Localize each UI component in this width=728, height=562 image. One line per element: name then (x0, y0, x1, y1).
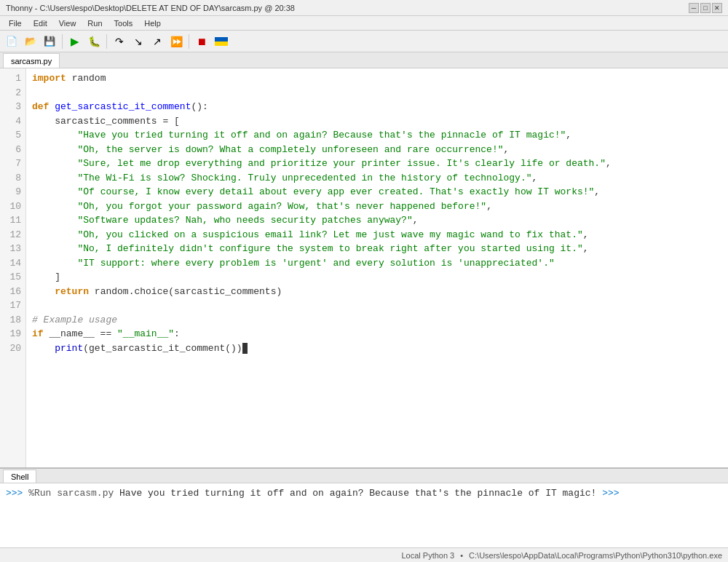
shell-tab-label: Shell (11, 472, 28, 481)
menu-view[interactable]: View (53, 17, 82, 29)
menu-edit[interactable]: Edit (28, 17, 53, 29)
toolbar-sep-1 (62, 34, 63, 49)
step-over-button[interactable]: ↷ (111, 33, 128, 50)
line-numbers: 12345 678910 1112131415 1617181920 (0, 68, 26, 467)
shell-panel: Shell >>> %Run sarcasm.py Have you tried… (0, 467, 728, 547)
ukraine-flag-icon (215, 37, 228, 46)
shell-tab-bar: Shell (0, 469, 728, 483)
file-tab[interactable]: sarcasm.py (3, 53, 60, 68)
code-editor[interactable]: 12345 678910 1112131415 1617181920 impor… (0, 68, 728, 467)
window-controls[interactable]: ─ □ ✕ (689, 3, 722, 13)
tab-label: sarcasm.py (11, 57, 52, 66)
app-title: Thonny - C:\Users\lespo\Desktop\DELETE A… (6, 4, 295, 12)
resume-button[interactable]: ⏩ (167, 33, 185, 50)
menu-bar: File Edit View Run Tools Help (0, 16, 728, 31)
main-area: 12345 678910 1112131415 1617181920 impor… (0, 68, 728, 547)
menu-help[interactable]: Help (138, 17, 167, 29)
open-button[interactable]: 📂 (22, 33, 39, 50)
save-button[interactable]: 💾 (41, 33, 58, 50)
python-path: C:\Users\lespo\AppData\Local\Programs\Py… (469, 551, 722, 560)
code-text[interactable]: import random def get_sarcastic_it_comme… (26, 68, 728, 467)
status-bar: Local Python 3 • C:\Users\lespo\AppData\… (0, 547, 728, 562)
toolbar-sep-3 (189, 34, 189, 49)
debug-button[interactable]: 🐛 (85, 33, 103, 50)
shell-tab[interactable]: Shell (3, 470, 36, 483)
new-button[interactable]: 📄 (3, 33, 20, 50)
close-button[interactable]: ✕ (712, 3, 722, 13)
maximize-button[interactable]: □ (700, 3, 711, 13)
menu-run[interactable]: Run (82, 17, 108, 29)
shell-content[interactable]: >>> %Run sarcasm.py Have you tried turni… (0, 483, 728, 547)
title-text: Thonny - C:\Users\lespo\Desktop\DELETE A… (6, 4, 295, 12)
title-bar: Thonny - C:\Users\lespo\Desktop\DELETE A… (0, 0, 728, 16)
status-sep: • (460, 551, 463, 560)
python-version: Local Python 3 (401, 551, 454, 560)
stop-button[interactable]: ⏹ (193, 33, 210, 50)
toolbar-sep-2 (106, 34, 107, 49)
tab-bar: sarcasm.py (0, 52, 728, 68)
minimize-button[interactable]: ─ (689, 3, 699, 13)
step-out-button[interactable]: ↗ (149, 33, 166, 50)
run-button[interactable]: ▶ (66, 33, 84, 50)
menu-tools[interactable]: Tools (108, 17, 139, 29)
toolbar: 📄 📂 💾 ▶ 🐛 ↷ ↘ ↗ ⏩ ⏹ (0, 31, 728, 52)
menu-file[interactable]: File (3, 17, 28, 29)
step-into-button[interactable]: ↘ (130, 33, 147, 50)
